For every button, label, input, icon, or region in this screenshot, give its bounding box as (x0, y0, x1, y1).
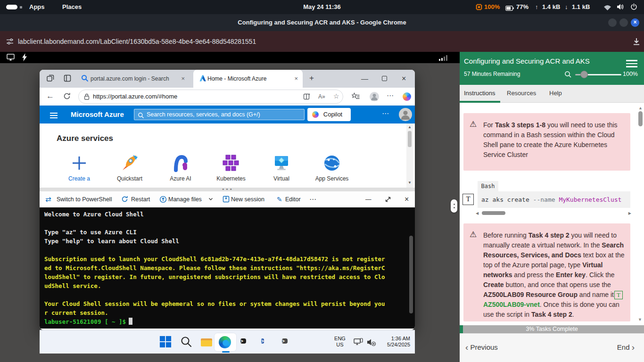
azure-brand[interactable]: Microsoft Azure (71, 106, 124, 123)
battery-percent[interactable]: 77% (516, 0, 528, 14)
tab-resources[interactable]: Resources (507, 85, 536, 102)
address-url[interactable]: https://portal.azure.com/#home (93, 90, 177, 103)
file-explorer-icon[interactable] (200, 336, 213, 349)
settings-more-icon[interactable]: ⋯ (387, 91, 394, 100)
refresh-icon[interactable] (63, 92, 71, 102)
net-upload[interactable]: 1.4 kB (542, 0, 560, 14)
workspaces-icon[interactable] (46, 74, 55, 84)
scroll-down-icon[interactable]: ▼ (408, 181, 412, 185)
scroll-right-icon[interactable]: ▶ (628, 211, 631, 215)
end-button[interactable]: End › (617, 342, 635, 353)
tab-home-microsoft-azure[interactable]: Home - Microsoft Azure × (193, 70, 303, 88)
cmd-icon[interactable]: >_ (240, 336, 254, 349)
split-screen-icon[interactable] (303, 93, 311, 102)
panel-resize-handle[interactable] (451, 199, 457, 213)
service-quickstart[interactable]: Quickstart (106, 154, 153, 182)
cloudshell-maximize-icon[interactable] (384, 196, 392, 205)
new-tab-icon[interactable]: + (309, 74, 314, 83)
wifi-icon[interactable] (603, 4, 611, 13)
copilot-icon[interactable] (403, 92, 411, 101)
back-icon[interactable]: ← (46, 91, 54, 101)
cloudshell-drag-handle[interactable]: • • • (40, 188, 415, 191)
panel-scroll-up-icon[interactable]: ▲ (638, 106, 643, 110)
code-block[interactable]: az aks create --name MyKubernetesClust (478, 191, 630, 208)
terminal-scrollbar-thumb[interactable] (409, 236, 413, 313)
service-kubernetes[interactable]: Kubernetes (207, 154, 255, 182)
favorite-star-icon[interactable]: ☆ (333, 92, 339, 100)
scroll-left-icon[interactable]: ◀ (476, 211, 479, 215)
instructions-content[interactable]: ⚠ For Task 3 steps 1-8 you will need to … (460, 103, 644, 325)
panel-scrollbar-thumb[interactable] (638, 111, 643, 126)
site-settings-icon[interactable] (6, 37, 14, 48)
service-app-services[interactable]: App Services (308, 154, 355, 182)
taskbar-clock[interactable]: 1:36 AM5/24/2025 (377, 336, 410, 348)
display-icon[interactable] (7, 54, 15, 63)
switch-to-powershell-button[interactable]: Switch to PowerShell (57, 191, 112, 207)
code-hscrollbar[interactable]: ◀ ▶ (476, 210, 631, 216)
lab-menu-icon[interactable] (626, 58, 637, 69)
tab-close-icon[interactable]: × (181, 75, 185, 82)
download-icon[interactable] (632, 37, 641, 48)
tab-close-icon[interactable]: × (294, 75, 298, 82)
edge-close-icon[interactable]: × (402, 74, 406, 83)
page-scrollbar-thumb[interactable] (408, 131, 412, 147)
portal-avatar[interactable] (399, 108, 412, 121)
terminal-line (44, 219, 410, 228)
volume-icon[interactable] (617, 3, 624, 12)
editor-button[interactable]: Editor (285, 191, 301, 207)
power-icon[interactable] (630, 3, 637, 12)
address-bar-url[interactable]: labclient.labondemand.com/LabClient/1630… (18, 31, 256, 52)
terminal-line: Welcome to Azure Cloud Shell (44, 210, 410, 219)
restart-button[interactable]: Restart (131, 191, 150, 207)
edge-taskbar-icon[interactable] (219, 336, 232, 349)
vm-viewport[interactable]: portal.azure.com login - Search × Home -… (0, 63, 460, 362)
tab-help[interactable]: Help (549, 85, 562, 102)
edge-restore-icon[interactable] (382, 76, 387, 81)
taskbar-search-icon[interactable] (180, 336, 193, 349)
net-download[interactable]: 1.1 kB (572, 0, 590, 14)
scroll-up-icon[interactable]: ▲ (408, 125, 412, 129)
cloudshell-close-icon[interactable]: × (405, 191, 409, 207)
previous-button[interactable]: ‹ Previous (465, 342, 498, 353)
language-indicator[interactable]: ENGUS (332, 336, 348, 348)
chrome-maximize-button[interactable] (619, 18, 628, 27)
copilot-button[interactable]: Copilot (307, 108, 351, 121)
favorites-bar-icon[interactable] (352, 92, 360, 102)
chrome-minimize-button[interactable] (608, 18, 617, 27)
edge-address-bar[interactable]: https://portal.azure.com/#home A» ☆ (78, 90, 343, 104)
device-status-icon[interactable] (354, 338, 367, 351)
tab-portal-azure-search[interactable]: portal.azure.com login - Search × (76, 70, 190, 88)
service-virtual-machines[interactable]: Virtual (258, 154, 305, 182)
service-azure-ai[interactable]: Azure AI (157, 154, 204, 182)
lock-icon[interactable] (84, 93, 90, 102)
cloudshell-more-icon[interactable]: ⋯ (309, 191, 316, 207)
cloudshell-minimize-icon[interactable]: — (365, 191, 372, 207)
portal-search-input[interactable]: Search resources, services, and docs (G+… (134, 109, 305, 120)
type-text-button[interactable]: T (462, 194, 474, 205)
vertical-tabs-icon[interactable] (63, 74, 72, 84)
read-aloud-icon[interactable]: A» (318, 93, 325, 100)
zoom-slider-knob[interactable] (580, 71, 588, 78)
service-create-resource[interactable]: Create a (56, 154, 103, 182)
manage-files-chevron-icon[interactable] (208, 195, 213, 204)
panel-scroll-down-icon[interactable]: ▼ (638, 317, 642, 322)
cloudshell-terminal[interactable]: Welcome to Azure Cloud Shell Type "az" t… (40, 207, 415, 329)
profile-avatar[interactable] (370, 92, 379, 101)
terminal-prompt-line[interactable]: labuser-51621009 [ ~ ]$ (44, 317, 410, 326)
portal-menu-icon[interactable] (50, 111, 58, 120)
cpu-percent[interactable]: 100% (484, 0, 500, 14)
windows-terminal-icon[interactable]: >_ (282, 336, 295, 349)
connection-strength-icon[interactable] (439, 55, 449, 61)
powershell-icon[interactable]: > (261, 336, 274, 349)
new-session-button[interactable]: New session (231, 191, 264, 207)
cpu-icon (475, 3, 483, 13)
edge-minimize-icon[interactable]: — (361, 74, 368, 82)
portal-more-icon[interactable]: ⋯ (382, 109, 389, 118)
manage-files-button[interactable]: Manage files (168, 191, 202, 207)
zoom-search-icon[interactable] (564, 71, 572, 80)
tab-instructions[interactable]: Instructions (464, 85, 495, 102)
code-hscrollbar-thumb[interactable] (482, 211, 505, 215)
start-button[interactable] (159, 336, 173, 349)
chrome-close-button[interactable]: × (631, 18, 639, 27)
power-actions-icon[interactable] (22, 53, 27, 63)
